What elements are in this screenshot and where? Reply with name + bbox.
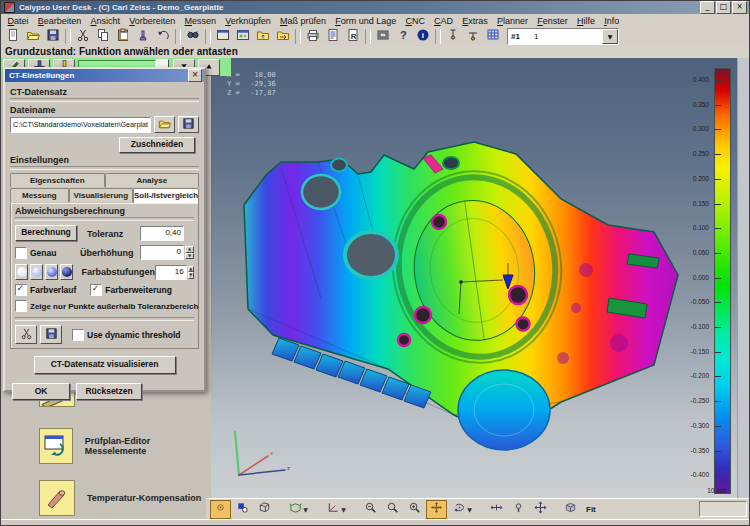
toleranz-input[interactable]: 0,40 bbox=[140, 226, 184, 241]
stamp-button[interactable] bbox=[133, 27, 153, 46]
box-3d-button[interactable] bbox=[254, 500, 275, 519]
tab-visualisierung[interactable]: Visualisierung bbox=[69, 188, 133, 202]
ueberhoehung-input[interactable]: 0 bbox=[140, 245, 184, 260]
dialog-title-bar[interactable]: CT-Einstellungen × bbox=[5, 69, 204, 82]
plan-editor-icon[interactable] bbox=[39, 428, 73, 464]
berechnung-button[interactable]: Berechnung bbox=[15, 225, 77, 241]
tab-messung[interactable]: Messung bbox=[10, 188, 69, 202]
new-button[interactable] bbox=[3, 27, 23, 46]
zuschneiden-button[interactable]: Zuschneiden bbox=[119, 137, 195, 153]
app-icon[interactable] bbox=[4, 2, 15, 13]
menu-ansicht[interactable]: Ansicht bbox=[86, 16, 125, 26]
info-button[interactable]: i bbox=[413, 27, 433, 46]
protocol-button[interactable]: R bbox=[343, 27, 363, 46]
temperature-icon[interactable] bbox=[39, 480, 75, 516]
menu-vorbereiten[interactable]: Vorbereiten bbox=[125, 16, 180, 26]
probe-horizontal-button[interactable] bbox=[463, 27, 483, 46]
sphere-style-1-button[interactable] bbox=[15, 264, 28, 280]
folder-link-button[interactable] bbox=[273, 27, 293, 46]
scale-unit-label: 10 mm bbox=[707, 487, 727, 494]
minimize-button[interactable]: _ bbox=[700, 1, 715, 14]
sidebar-item-temperature[interactable]: Temperatur-Kompensation bbox=[1, 480, 206, 516]
menu-ma-pr-fen[interactable]: Maß prüfen bbox=[275, 16, 330, 26]
find-button[interactable] bbox=[183, 27, 203, 46]
farbabstufungen-input[interactable]: 16 bbox=[155, 265, 187, 280]
move-button[interactable] bbox=[426, 500, 447, 519]
dynamic-threshold-checkbox[interactable] bbox=[72, 329, 84, 341]
report-button[interactable] bbox=[323, 27, 343, 46]
ueberhoehung-spinner[interactable]: ▲▼ bbox=[185, 246, 194, 259]
menu-verkn-pfen[interactable]: Verknüpfen bbox=[221, 16, 276, 26]
copy-button[interactable] bbox=[93, 27, 113, 46]
plot-button[interactable] bbox=[373, 27, 393, 46]
cad-view-button[interactable] bbox=[233, 27, 253, 46]
paste-button[interactable] bbox=[113, 27, 133, 46]
folder-up-button[interactable] bbox=[253, 27, 273, 46]
sphere-style-3-button[interactable] bbox=[45, 264, 58, 280]
sphere-style-4-button[interactable] bbox=[60, 264, 73, 280]
viewport-3d[interactable]: x z X =18,00Y =-29,36Z =-17,87 0.4000.35… bbox=[211, 58, 750, 499]
sphere-style-2-button[interactable] bbox=[30, 264, 43, 280]
menu-hilfe[interactable]: Hilfe bbox=[572, 16, 599, 26]
save-settings-button[interactable] bbox=[40, 325, 62, 344]
zoom-out-button[interactable] bbox=[360, 500, 381, 519]
combo-dropdown-icon[interactable]: ▼ bbox=[602, 29, 618, 44]
tab-soll-istvergleich[interactable]: Soll-/Istvergleich bbox=[133, 188, 199, 203]
view-cube-button[interactable]: ▼ bbox=[284, 500, 313, 519]
point-select-button[interactable] bbox=[210, 500, 231, 519]
farbverlauf-checkbox[interactable] bbox=[15, 284, 27, 296]
probe-vertical-button[interactable] bbox=[443, 27, 463, 46]
maximize-button[interactable]: □ bbox=[716, 1, 731, 14]
menu-bearbeiten[interactable]: Bearbeiten bbox=[33, 16, 86, 26]
sidebar-item-plan-editor[interactable]: Prüfplan-Editor Messelemente bbox=[1, 428, 206, 464]
feature-combo[interactable]: #1 1 ▼ bbox=[507, 28, 619, 45]
feature-select-button[interactable] bbox=[232, 500, 253, 519]
window-button[interactable] bbox=[213, 27, 233, 46]
rotate-button[interactable]: ▼ bbox=[448, 500, 477, 519]
undo-button[interactable] bbox=[153, 27, 173, 46]
tab-analyse[interactable]: Analyse bbox=[105, 173, 200, 187]
menu-fenster[interactable]: Fenster bbox=[533, 16, 573, 26]
zoom-window-button[interactable] bbox=[382, 500, 403, 519]
dateiname-label: Dateiname bbox=[10, 105, 199, 115]
close-button[interactable]: × bbox=[732, 1, 747, 14]
menu-info[interactable]: Info bbox=[600, 16, 624, 26]
genau-checkbox[interactable] bbox=[15, 247, 27, 259]
menu-messen[interactable]: Messen bbox=[180, 16, 221, 26]
menu-planner[interactable]: Planner bbox=[492, 16, 532, 26]
scale-tick-mark bbox=[715, 278, 721, 279]
help-button[interactable]: ? bbox=[393, 27, 413, 46]
menu-datei[interactable]: Datei bbox=[3, 16, 33, 26]
cut-button[interactable] bbox=[73, 27, 93, 46]
filename-input[interactable]: C:\CT\Standarddemo\Voxeldaten\Gearplat bbox=[10, 117, 151, 133]
render-cube-button[interactable] bbox=[560, 500, 581, 519]
menu-cad[interactable]: CAD bbox=[429, 16, 457, 26]
menu-form-und-lage[interactable]: Form und Lage bbox=[331, 16, 401, 26]
ok-button[interactable]: OK bbox=[12, 383, 70, 400]
menu-cnc[interactable]: CNC bbox=[401, 16, 430, 26]
visualize-ct-button[interactable]: CT-Datensatz visualisieren bbox=[34, 356, 176, 374]
print-button[interactable] bbox=[303, 27, 323, 46]
save-button[interactable] bbox=[43, 27, 63, 46]
axis-view-button[interactable]: ▼ bbox=[322, 500, 351, 519]
pan-horizontal-button[interactable] bbox=[486, 500, 507, 519]
menu-extras[interactable]: Extras bbox=[458, 16, 493, 26]
rotate-knob-button[interactable] bbox=[508, 500, 529, 519]
farberweiterung-checkbox[interactable] bbox=[90, 284, 102, 296]
save-file-button[interactable] bbox=[178, 116, 199, 133]
gearplate-model[interactable]: x z bbox=[211, 58, 750, 499]
browse-folder-button[interactable] bbox=[154, 116, 175, 133]
dialog-close-button[interactable]: × bbox=[188, 69, 202, 82]
pan-vertical-button[interactable] bbox=[530, 500, 551, 519]
tab-eigenschaften[interactable]: Eigenschaften bbox=[10, 173, 105, 187]
clip-button[interactable] bbox=[15, 325, 37, 344]
reset-button[interactable]: Rücksetzen bbox=[76, 383, 142, 400]
zoom-in-button[interactable] bbox=[404, 500, 425, 519]
farbabstufungen-spinner[interactable]: ▲▼ bbox=[188, 266, 194, 279]
grid-button[interactable] bbox=[483, 27, 503, 46]
outside-tolerance-checkbox[interactable] bbox=[15, 300, 27, 312]
scale-tick-mark bbox=[715, 475, 721, 476]
fit-button[interactable]: Fit bbox=[586, 505, 596, 514]
open-button[interactable] bbox=[23, 27, 43, 46]
ct-datensatz-label: CT-Datensatz bbox=[10, 87, 199, 97]
